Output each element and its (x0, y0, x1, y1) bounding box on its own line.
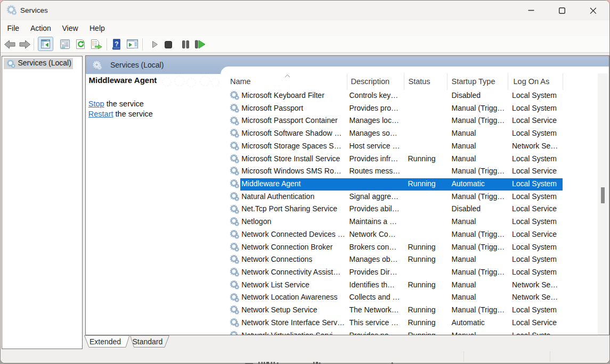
svg-text:?: ? (114, 40, 118, 48)
